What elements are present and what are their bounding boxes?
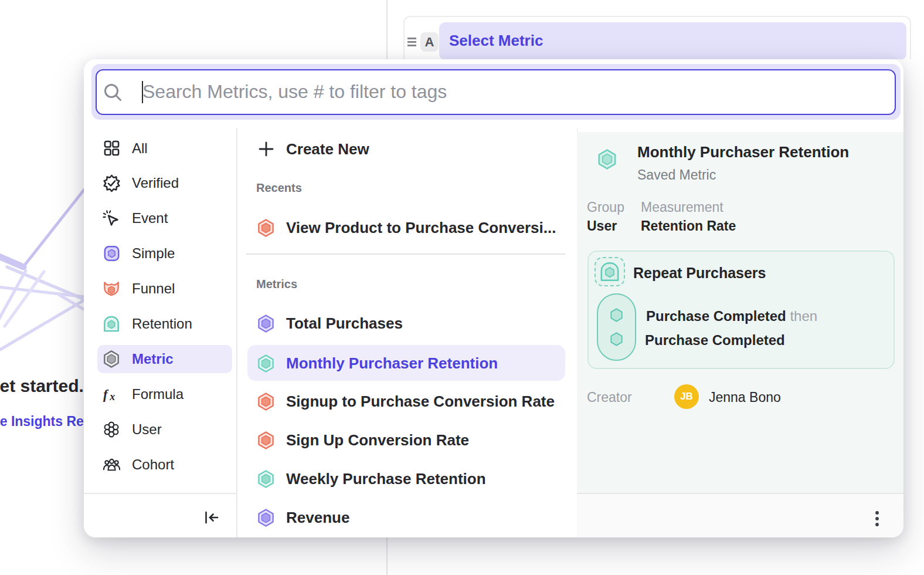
svg-text:f: f: [103, 387, 109, 402]
svg-text:x: x: [109, 391, 115, 402]
